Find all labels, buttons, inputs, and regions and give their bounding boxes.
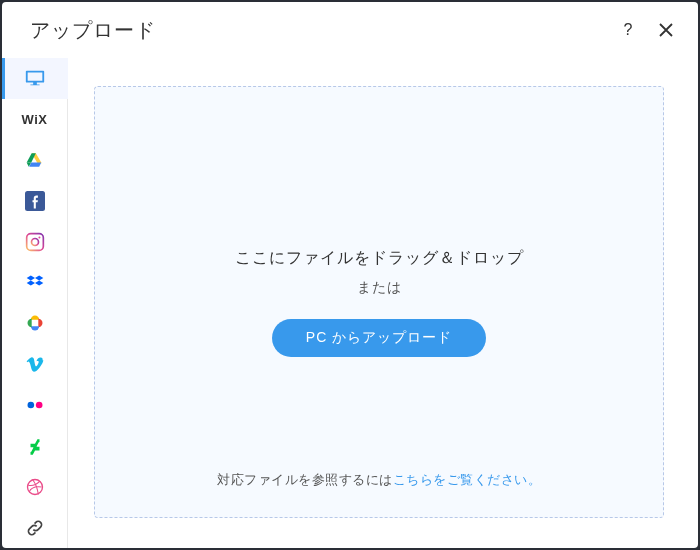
dropzone[interactable]: ここにファイルをドラッグ＆ドロップ または PC からアップロード 対応ファイル… (94, 86, 664, 518)
instagram-icon (24, 231, 46, 253)
facebook-icon (24, 190, 46, 212)
or-text: または (357, 279, 402, 297)
monitor-icon (24, 67, 46, 89)
supported-files-link[interactable]: こちらをご覧ください。 (393, 472, 542, 487)
google-drive-icon (24, 149, 46, 171)
svg-point-3 (38, 236, 40, 238)
flickr-icon (24, 394, 46, 416)
sidebar-item-url[interactable] (2, 507, 68, 548)
modal-body: WiX (2, 58, 698, 548)
dropbox-icon (24, 272, 46, 294)
vimeo-icon (24, 353, 46, 375)
sidebar-item-gdrive[interactable] (2, 140, 68, 181)
upload-from-pc-button[interactable]: PC からアップロード (272, 319, 486, 357)
main-panel: ここにファイルをドラッグ＆ドロップ または PC からアップロード 対応ファイル… (68, 58, 698, 548)
upload-modal: アップロード ? WiX (2, 2, 698, 548)
modal-title: アップロード (30, 17, 156, 44)
dribbble-icon (24, 476, 46, 498)
drag-drop-text: ここにファイルをドラッグ＆ドロップ (235, 248, 524, 269)
modal-header: アップロード ? (2, 2, 698, 58)
sidebar-item-wix[interactable]: WiX (2, 99, 68, 140)
svg-point-4 (27, 402, 34, 409)
sidebar-item-computer[interactable] (2, 58, 68, 99)
sidebar-item-instagram[interactable] (2, 221, 68, 262)
sidebar-item-facebook[interactable] (2, 180, 68, 221)
svg-rect-1 (26, 233, 43, 250)
sidebar-item-flickr[interactable] (2, 385, 68, 426)
sidebar-item-dropbox[interactable] (2, 262, 68, 303)
link-icon (24, 517, 46, 539)
close-button[interactable] (656, 20, 676, 40)
close-icon (659, 23, 673, 37)
svg-point-5 (35, 402, 42, 409)
footer-prefix: 対応ファイルを参照するには (217, 472, 393, 487)
header-actions: ? (618, 20, 676, 40)
deviantart-icon (24, 435, 46, 457)
google-photos-icon (24, 312, 46, 334)
help-button[interactable]: ? (618, 20, 638, 40)
source-sidebar: WiX (2, 58, 68, 548)
supported-files-text: 対応ファイルを参照するにはこちらをご覧ください。 (217, 471, 541, 489)
svg-point-2 (31, 238, 38, 245)
sidebar-item-dribbble[interactable] (2, 466, 68, 507)
sidebar-item-gphotos[interactable] (2, 303, 68, 344)
sidebar-item-deviantart[interactable] (2, 425, 68, 466)
sidebar-item-vimeo[interactable] (2, 344, 68, 385)
wix-icon: WiX (24, 108, 46, 130)
help-icon: ? (624, 21, 633, 39)
